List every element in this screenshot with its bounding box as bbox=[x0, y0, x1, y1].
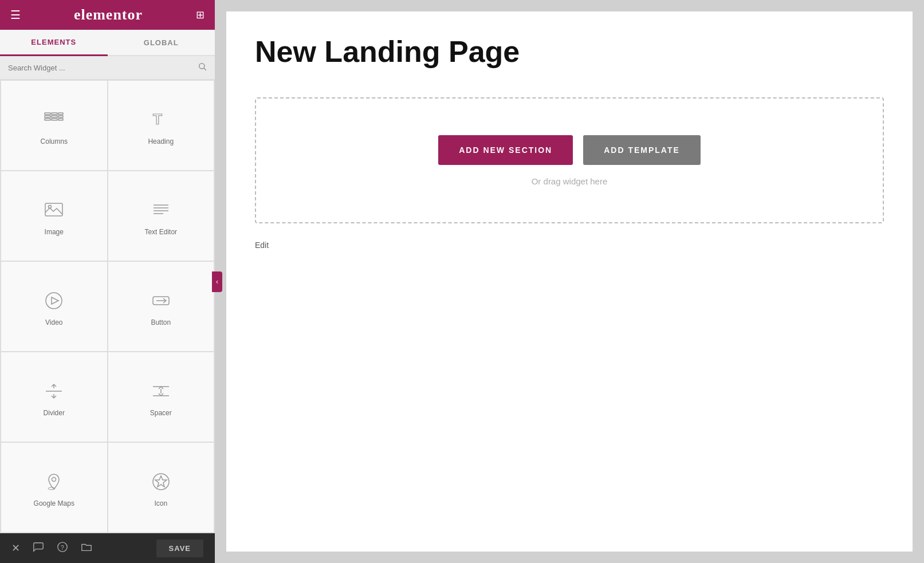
widget-item-text-editor[interactable]: Text Editor bbox=[108, 171, 214, 261]
widget-item-divider[interactable]: Divider bbox=[1, 352, 107, 442]
save-button[interactable]: SAVE bbox=[156, 540, 203, 557]
svg-marker-31 bbox=[155, 476, 167, 487]
grid-icon[interactable]: ⊞ bbox=[196, 9, 205, 21]
main-canvas: New Landing Page ADD NEW SECTION ADD TEM… bbox=[215, 0, 924, 563]
drag-widget-text: Or drag widget here bbox=[532, 176, 608, 186]
svg-rect-2 bbox=[45, 113, 50, 115]
svg-line-1 bbox=[204, 68, 206, 70]
widget-label-button: Button bbox=[151, 318, 171, 326]
widget-label-spacer: Spacer bbox=[150, 409, 172, 417]
button-icon bbox=[151, 290, 171, 314]
collapse-panel-toggle[interactable]: ‹ bbox=[212, 271, 222, 292]
svg-rect-7 bbox=[52, 119, 57, 120]
chat-icon[interactable] bbox=[33, 541, 44, 556]
image-icon bbox=[44, 200, 64, 223]
search-icon[interactable] bbox=[198, 62, 207, 73]
folder-icon[interactable] bbox=[81, 541, 92, 556]
page-title: New Landing Page bbox=[255, 34, 884, 69]
drop-zone: ADD NEW SECTION ADD TEMPLATE Or drag wid… bbox=[255, 97, 884, 223]
text-editor-icon bbox=[151, 200, 171, 223]
heading-icon: T bbox=[151, 109, 171, 133]
bottom-bar: ✕ ? SAVE bbox=[0, 533, 215, 563]
video-icon bbox=[44, 290, 64, 314]
widget-item-icon[interactable]: Icon bbox=[108, 443, 214, 532]
widget-label-icon: Icon bbox=[154, 499, 167, 507]
sidebar-header: ☰ elementor ⊞ bbox=[0, 0, 215, 30]
columns-icon bbox=[44, 109, 64, 133]
svg-text:T: T bbox=[153, 111, 162, 128]
widget-label-google-maps: Google Maps bbox=[34, 499, 74, 507]
edit-label[interactable]: Edit bbox=[255, 241, 884, 250]
svg-rect-8 bbox=[58, 113, 63, 115]
hamburger-icon[interactable]: ☰ bbox=[10, 8, 21, 22]
icon-widget-icon bbox=[151, 471, 171, 495]
widget-item-heading[interactable]: T Heading bbox=[108, 81, 214, 170]
widget-item-button[interactable]: Button bbox=[108, 262, 214, 351]
widget-label-heading: Heading bbox=[148, 137, 174, 145]
canvas-inner: New Landing Page ADD NEW SECTION ADD TEM… bbox=[226, 11, 913, 552]
bottom-icons: ✕ ? bbox=[11, 541, 92, 556]
tabs-row: ELEMENTS GLOBAL bbox=[0, 30, 215, 56]
widget-label-video: Video bbox=[45, 318, 62, 326]
widgets-grid: Columns T Heading bbox=[0, 80, 215, 533]
svg-point-28 bbox=[52, 477, 56, 481]
tab-elements[interactable]: ELEMENTS bbox=[0, 30, 108, 56]
widget-label-divider: Divider bbox=[44, 409, 65, 417]
svg-rect-4 bbox=[45, 119, 50, 120]
widget-item-image[interactable]: Image bbox=[1, 171, 107, 261]
widget-item-video[interactable]: Video bbox=[1, 262, 107, 351]
svg-point-0 bbox=[199, 64, 205, 69]
svg-point-13 bbox=[49, 205, 52, 208]
search-row bbox=[0, 56, 215, 80]
search-input[interactable] bbox=[8, 64, 198, 72]
drop-zone-buttons: ADD NEW SECTION ADD TEMPLATE bbox=[438, 135, 701, 165]
logo: elementor bbox=[74, 6, 143, 23]
divider-icon bbox=[44, 381, 64, 404]
svg-marker-19 bbox=[52, 297, 58, 304]
svg-point-18 bbox=[46, 293, 62, 309]
google-maps-icon bbox=[44, 471, 64, 495]
widget-label-image: Image bbox=[45, 228, 64, 236]
widget-label-text-editor: Text Editor bbox=[144, 228, 177, 236]
widget-item-spacer[interactable]: Spacer bbox=[108, 352, 214, 442]
widget-item-columns[interactable]: Columns bbox=[1, 81, 107, 170]
widget-label-columns: Columns bbox=[41, 137, 68, 145]
svg-rect-9 bbox=[58, 116, 63, 117]
widget-item-google-maps[interactable]: Google Maps bbox=[1, 443, 107, 532]
spacer-icon bbox=[151, 381, 171, 404]
svg-rect-10 bbox=[58, 119, 63, 120]
svg-rect-6 bbox=[52, 116, 57, 117]
help-icon[interactable]: ? bbox=[57, 541, 68, 556]
add-template-button[interactable]: ADD TEMPLATE bbox=[583, 135, 701, 165]
tab-global[interactable]: GLOBAL bbox=[108, 30, 215, 55]
svg-text:?: ? bbox=[61, 544, 64, 550]
close-icon[interactable]: ✕ bbox=[11, 542, 20, 554]
svg-rect-5 bbox=[52, 113, 57, 115]
svg-rect-3 bbox=[45, 116, 50, 117]
add-new-section-button[interactable]: ADD NEW SECTION bbox=[438, 135, 573, 165]
